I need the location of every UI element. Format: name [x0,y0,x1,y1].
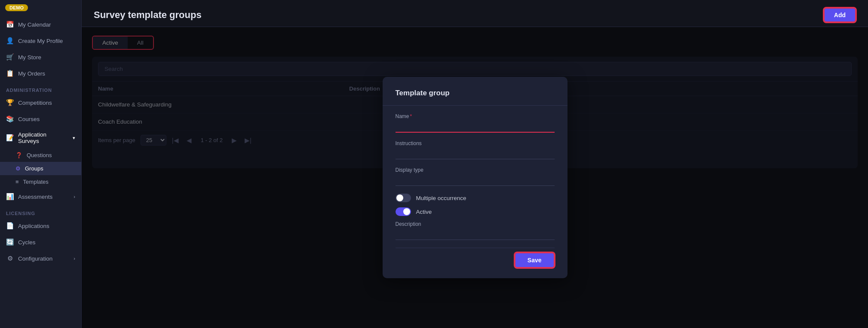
groups-icon: ⚙ [15,165,21,172]
demo-badge: DEMO [5,4,28,11]
save-button[interactable]: Save [515,252,555,268]
main-content: Survey template groups Add Active All Na… [82,0,868,328]
courses-icon: 📚 [6,115,14,123]
orders-icon: 📋 [6,70,14,77]
licensing-section-label: LICENSING [0,205,81,218]
sidebar-item-cycles[interactable]: 🔄 Cycles [0,234,81,250]
description-label: Description [396,221,555,227]
multiple-occurrence-toggle-row: Multiple occurrence [396,194,555,202]
display-type-form-group: Display type [396,167,555,186]
sidebar-sub-label: Groups [25,165,43,172]
description-input[interactable] [396,229,555,240]
instructions-form-group: Instructions [396,140,555,159]
sidebar-item-my-store[interactable]: 🛒 My Store [0,49,81,65]
modal-divider [383,105,567,106]
name-input[interactable] [396,121,555,133]
instructions-label: Instructions [396,140,555,146]
sidebar-item-my-orders[interactable]: 📋 My Orders [0,65,81,82]
calendar-icon: 📅 [6,21,14,28]
sidebar-item-assessments[interactable]: 📊 Assessments › [0,188,81,205]
cycles-icon: 🔄 [6,238,14,246]
questions-icon: ❓ [15,152,22,158]
sidebar: DEMO 📅 My Calendar 👤 Create My Profile 🛒… [0,0,82,328]
template-group-modal: Template group Name* Instructions Displa… [383,77,567,278]
sidebar-item-label: My Store [18,54,41,61]
sidebar-item-label: My Calendar [18,21,51,28]
sidebar-item-label: Create My Profile [18,38,63,44]
sidebar-item-configuration[interactable]: ⚙ Configuration › [0,250,81,267]
chevron-right-icon: › [74,194,75,199]
sidebar-item-courses[interactable]: 📚 Courses [0,111,81,127]
content-area: Active All Name Description Childwelfare… [82,27,868,328]
sidebar-sub-item-questions[interactable]: ❓ Questions [0,149,81,162]
sidebar-item-create-my-profile[interactable]: 👤 Create My Profile [0,33,81,49]
page-header: Survey template groups Add [82,0,868,27]
chevron-down-icon: ▾ [73,135,75,141]
sidebar-item-label: Applications [18,223,49,229]
sidebar-item-my-calendar[interactable]: 📅 My Calendar [0,16,81,33]
sidebar-item-applications[interactable]: 📄 Applications [0,218,81,234]
configuration-icon: ⚙ [6,255,14,262]
sidebar-sub-label: Templates [23,179,49,185]
instructions-input[interactable] [396,149,555,159]
templates-icon: ≡ [15,179,19,185]
toggle-knob [396,194,403,201]
add-button[interactable]: Add [824,8,856,22]
sidebar-sub-item-templates[interactable]: ≡ Templates [0,175,81,188]
multiple-occurrence-toggle[interactable] [396,194,411,202]
active-toggle-knob [403,208,410,215]
display-type-label: Display type [396,167,555,173]
sidebar-item-label: Competitions [18,100,52,106]
name-label: Name* [396,113,555,119]
modal-overlay: Template group Name* Instructions Displa… [82,27,868,328]
sidebar-item-label: Configuration [18,255,52,262]
sidebar-sub-item-groups[interactable]: ⚙ Groups [0,162,81,175]
competitions-icon: 🏆 [6,99,14,106]
active-label: Active [416,209,432,215]
page-title: Survey template groups [94,9,202,21]
modal-actions: Save [396,248,555,268]
active-toggle[interactable] [396,207,411,216]
multiple-occurrence-label: Multiple occurrence [416,195,466,201]
active-toggle-row: Active [396,207,555,216]
name-form-group: Name* [396,113,555,133]
applications-icon: 📄 [6,222,14,230]
sidebar-item-label: Cycles [18,239,36,246]
sidebar-item-label: Application Surveys [18,131,68,144]
sidebar-item-application-surveys[interactable]: 📝 Application Surveys ▾ [0,127,81,149]
sidebar-item-competitions[interactable]: 🏆 Competitions [0,94,81,111]
chevron-right-icon-config: › [74,256,75,261]
modal-title: Template group [396,89,555,97]
description-form-group: Description [396,221,555,240]
sidebar-item-label: My Orders [18,70,45,77]
surveys-icon: 📝 [6,134,14,142]
profile-icon: 👤 [6,37,14,45]
assessments-icon: 📊 [6,193,14,200]
store-icon: 🛒 [6,53,14,61]
sidebar-item-label: Courses [18,116,40,122]
sidebar-sub-label: Questions [27,152,52,158]
sidebar-item-label: Assessments [18,194,52,200]
admin-section-label: ADMINISTRATION [0,82,81,94]
display-type-input[interactable] [396,175,555,186]
